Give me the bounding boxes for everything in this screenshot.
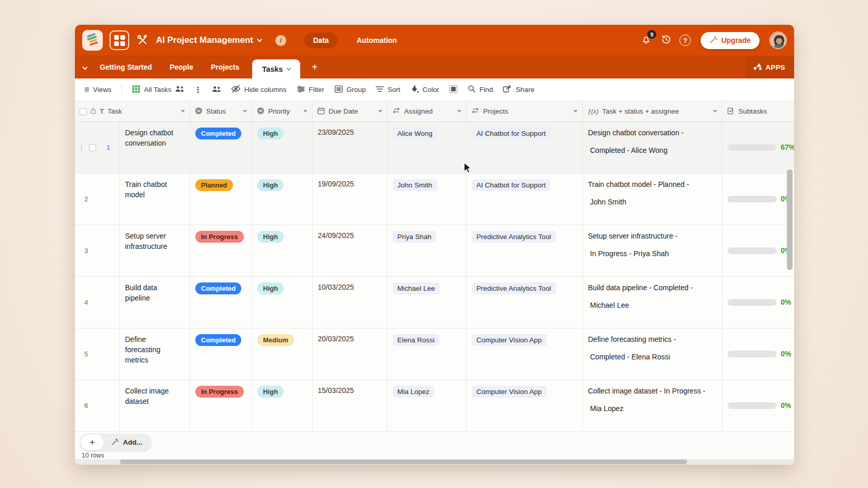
cell-due-date[interactable]: 19/09/2025 <box>313 174 388 225</box>
notifications-button[interactable]: 9 <box>639 34 653 47</box>
cell-due-date[interactable]: 20/03/2025 <box>313 328 388 380</box>
tools-icon[interactable] <box>136 34 149 47</box>
column-menu-chevron[interactable] <box>574 110 578 113</box>
cell-due-date[interactable]: 10/03/2025 <box>313 277 388 328</box>
column-menu-chevron[interactable] <box>243 110 247 113</box>
cell-subtasks[interactable]: 0% <box>722 277 794 328</box>
cell-task[interactable]: Define forecasting metrics <box>120 328 190 380</box>
cell-priority[interactable]: Medium <box>252 328 313 380</box>
cell-project[interactable]: Predictive Analytics Tool <box>467 277 583 328</box>
nav-automation-tab[interactable]: Automation <box>357 36 397 44</box>
cell-status[interactable]: Planned <box>190 174 252 225</box>
row-height-button[interactable] <box>449 85 458 95</box>
horizontal-scrollbar-track[interactable] <box>75 459 794 465</box>
cell-subtasks[interactable]: 0% <box>722 380 794 431</box>
cell-priority[interactable]: High <box>252 277 313 328</box>
cell-assigned[interactable]: Alice Wong <box>388 122 467 173</box>
column-header-priority[interactable]: Priority <box>252 101 313 121</box>
vertical-scrollbar-thumb[interactable] <box>787 169 793 270</box>
cell-project[interactable]: Computer Vision App <box>467 380 583 431</box>
table-row[interactable]: 5 Define forecasting metrics Completed M… <box>75 328 794 380</box>
cell-task[interactable]: Collect image dataset <box>120 380 190 431</box>
tab-tasks-active[interactable]: Tasks <box>252 59 300 78</box>
tab-projects[interactable]: Projects <box>211 63 239 71</box>
cell-status[interactable]: In Progress <box>190 380 252 431</box>
table-row[interactable]: ⋮ 1 Design chatbot conversation Complete… <box>75 122 794 174</box>
cell-assigned[interactable]: John Smith <box>388 174 467 225</box>
cell-project[interactable]: AI Chatbot for Support <box>467 174 583 225</box>
cell-due-date[interactable]: 23/09/2025 <box>313 122 388 173</box>
tab-people[interactable]: People <box>169 63 193 71</box>
add-row-button[interactable]: + <box>80 434 104 451</box>
cell-status[interactable]: In Progress <box>190 225 252 276</box>
row-checkbox[interactable] <box>89 144 96 151</box>
tab-getting-started[interactable]: Getting Started <box>100 63 152 71</box>
cell-priority[interactable]: High <box>252 380 313 431</box>
add-row-bar[interactable]: + Add... <box>80 434 151 451</box>
cell-formula[interactable]: Define forecasting metrics -Completed - … <box>583 328 722 380</box>
collapse-chevron-icon[interactable] <box>83 65 88 70</box>
cell-project[interactable]: AI Chatbot for Support <box>467 122 583 173</box>
cell-status[interactable]: Completed <box>190 122 252 173</box>
drag-handle-icon[interactable]: ⋮ <box>78 144 85 151</box>
cell-status[interactable]: Completed <box>190 277 252 328</box>
cell-subtasks[interactable]: 0% <box>722 174 794 225</box>
nav-data-tab[interactable]: Data <box>304 33 337 48</box>
base-title[interactable]: AI Project Management <box>156 35 261 45</box>
cell-assigned[interactable]: Mia Lopez <box>388 380 467 431</box>
table-row[interactable]: 2 Train chatbot model Planned High 19/09… <box>75 174 794 225</box>
cell-formula[interactable]: Setup server infrastructure -In Progress… <box>583 225 722 276</box>
filter-button[interactable]: Filter <box>297 85 324 95</box>
column-header-status[interactable]: Status <box>190 101 252 121</box>
view-share-users-button[interactable] <box>212 86 221 94</box>
hide-columns-button[interactable]: Hide columns <box>231 85 287 95</box>
column-header-due-date[interactable]: Due Date <box>313 101 388 121</box>
cell-task[interactable]: Setup server infrastructure <box>120 225 190 276</box>
column-header-formula[interactable]: ƒ(x) Task + status + assignee <box>583 101 722 121</box>
cell-formula[interactable]: Design chatbot conversation -Completed -… <box>583 122 722 173</box>
column-menu-chevron[interactable] <box>457 110 461 113</box>
table-row[interactable]: 3 Setup server infrastructure In Progres… <box>75 225 794 277</box>
cell-subtasks[interactable]: 0% <box>722 328 794 380</box>
cell-task[interactable]: Build data pipeline <box>120 277 190 328</box>
view-more-menu[interactable]: ⋮ <box>194 85 202 95</box>
column-header-task[interactable]: T Task <box>75 101 190 121</box>
table-row[interactable]: 6 Collect image dataset In Progress High… <box>75 380 794 432</box>
cell-task[interactable]: Train chatbot model <box>120 174 190 225</box>
app-logo[interactable] <box>82 30 103 51</box>
select-all-checkbox[interactable] <box>80 108 87 115</box>
cell-due-date[interactable]: 24/09/2025 <box>313 225 388 276</box>
current-view-button[interactable]: All Tasks <box>132 85 184 95</box>
column-menu-chevron[interactable] <box>378 110 382 113</box>
column-header-assigned[interactable]: Assigned <box>388 101 467 121</box>
color-button[interactable]: Color <box>410 85 439 95</box>
cell-task[interactable]: Design chatbot conversation <box>120 122 190 173</box>
cell-due-date[interactable]: 15/03/2025 <box>313 380 388 431</box>
cell-project[interactable]: Computer Vision App <box>467 328 583 380</box>
column-menu-chevron[interactable] <box>181 110 185 113</box>
upgrade-button[interactable]: Upgrade <box>701 32 760 49</box>
cell-formula[interactable]: Collect image dataset - In Progress -Mia… <box>583 380 722 431</box>
avatar[interactable] <box>769 32 787 49</box>
share-button[interactable]: Share <box>503 85 534 95</box>
cell-formula[interactable]: Train chatbot model - Planned -John Smit… <box>583 174 722 225</box>
cell-formula[interactable]: Build data pipeline - Completed -Michael… <box>583 277 722 328</box>
add-table-button[interactable]: + <box>312 61 318 73</box>
cell-priority[interactable]: High <box>252 174 313 225</box>
column-header-subtasks[interactable]: Subtasks <box>722 101 794 121</box>
help-button[interactable]: ? <box>679 35 691 46</box>
cell-subtasks[interactable]: 0% <box>722 225 794 276</box>
cell-priority[interactable]: High <box>252 225 313 276</box>
cell-priority[interactable]: High <box>252 122 313 173</box>
add-row-menu[interactable]: Add... <box>104 438 143 447</box>
cell-subtasks[interactable]: 67% <box>722 122 794 173</box>
views-button[interactable]: ≡ Views <box>84 85 112 94</box>
group-button[interactable]: Group <box>334 85 366 95</box>
sort-button[interactable]: Sort <box>376 86 400 94</box>
column-menu-chevron[interactable] <box>713 110 717 113</box>
column-header-projects[interactable]: Projects <box>467 101 583 121</box>
cell-assigned[interactable]: Michael Lee <box>388 277 467 328</box>
cell-assigned[interactable]: Elena Rossi <box>388 328 467 380</box>
table-row[interactable]: 4 Build data pipeline Completed High 10/… <box>75 277 794 328</box>
apps-panel-button[interactable]: APPS <box>746 56 794 78</box>
